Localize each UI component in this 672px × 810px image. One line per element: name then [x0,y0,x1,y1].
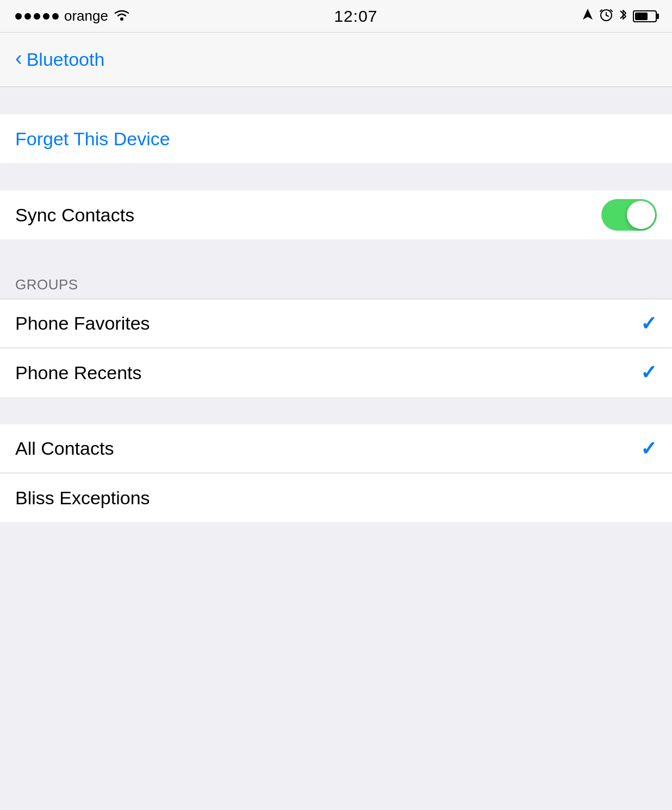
sync-contacts-section: Sync Contacts [0,190,672,239]
sync-contacts-label: Sync Contacts [15,205,134,226]
bliss-exceptions-row[interactable]: Bliss Exceptions [0,473,672,522]
location-icon [582,8,594,25]
signal-dot-5 [52,13,59,20]
svg-point-0 [120,17,123,21]
phone-favorites-row[interactable]: Phone Favorites ✓ [0,299,672,348]
phone-recents-row[interactable]: Phone Recents ✓ [0,348,672,397]
status-left: orange [15,8,130,24]
back-chevron-icon: ‹ [15,47,22,70]
phone-recents-label: Phone Recents [15,362,142,384]
carrier-label: orange [64,8,108,24]
svg-line-5 [600,10,602,11]
all-contacts-row[interactable]: All Contacts ✓ [0,424,672,473]
wifi-icon [114,8,130,24]
forget-device-label: Forget This Device [15,128,170,150]
toggle-knob [627,201,655,229]
svg-line-4 [606,15,608,16]
phone-favorites-checkmark: ✓ [640,312,657,335]
groups-section: Phone Favorites ✓ Phone Recents ✓ [0,299,672,397]
status-right [582,8,657,25]
status-bar: orange 12:07 [0,0,672,33]
section-gap-3 [0,239,672,267]
time-display: 12:07 [334,7,377,26]
battery-fill [635,13,648,20]
all-contacts-section: All Contacts ✓ Bliss Exceptions [0,424,672,522]
forget-device-row[interactable]: Forget This Device [0,114,672,163]
back-button-label: Bluetooth [27,49,105,70]
groups-header-label: GROUPS [15,276,78,293]
section-gap-4 [0,397,672,424]
all-contacts-label: All Contacts [15,438,114,459]
section-gap-1 [0,87,672,114]
bluetooth-icon [619,8,627,25]
phone-recents-checkmark: ✓ [640,361,657,384]
groups-header: GROUPS [0,267,672,299]
signal-dot-4 [43,13,49,20]
signal-dot-3 [34,13,40,20]
svg-marker-1 [583,9,593,20]
sync-contacts-row: Sync Contacts [0,190,672,239]
svg-line-6 [611,10,612,11]
bottom-gap [0,522,672,577]
forget-device-section: Forget This Device [0,114,672,163]
all-contacts-checkmark: ✓ [640,437,657,460]
phone-favorites-label: Phone Favorites [15,313,150,334]
section-gap-2 [0,163,672,190]
signal-dot-1 [15,13,22,20]
alarm-icon [599,8,613,25]
bliss-exceptions-label: Bliss Exceptions [15,487,150,509]
battery-indicator [633,10,657,22]
navigation-bar: ‹ Bluetooth [0,33,672,87]
signal-dots [15,13,59,20]
signal-dot-2 [24,13,31,20]
sync-contacts-toggle[interactable] [601,199,657,231]
back-button[interactable]: ‹ Bluetooth [15,49,104,70]
